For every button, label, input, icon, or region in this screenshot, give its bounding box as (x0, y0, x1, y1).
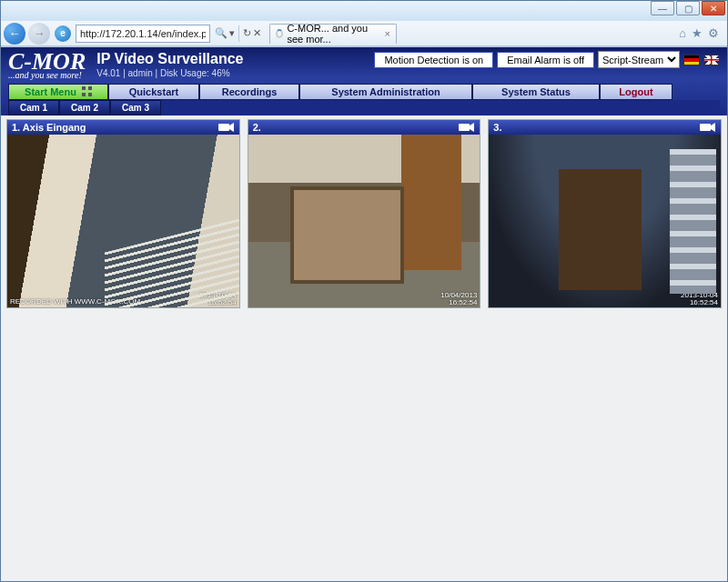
tab-title: C-MOR... and you see mor... (287, 23, 380, 45)
menu-start-label: Start Menu (25, 86, 76, 97)
ie-logo-icon: e (55, 25, 71, 42)
svg-rect-1 (459, 124, 470, 131)
browser-toolbar: ← → e 🔍 ▾ ↻ ✕ C-MOR... and you see mor..… (1, 21, 727, 46)
cam-tab-2[interactable]: Cam 2 (59, 100, 110, 115)
camera-title-2: 2. (253, 122, 261, 133)
tools-gear-icon[interactable]: ⚙ (708, 26, 719, 40)
camera-title-3: 3. (493, 122, 501, 133)
camera-feed-2[interactable]: 10/04/2013 16:52:54 (248, 135, 480, 307)
loading-spinner-icon (276, 29, 283, 38)
menu-start[interactable]: Start Menu (8, 84, 108, 100)
cam-tab-1[interactable]: Cam 1 (8, 100, 59, 115)
app-title: IP Video Surveillance (96, 51, 243, 67)
camera-grid: 1. Axis Eingang RECORDED WITH WWW.C-MOR.… (1, 115, 727, 312)
stop-icon[interactable]: ✕ (253, 27, 261, 39)
app-header: C-MOR ...and you see more! IP Video Surv… (1, 47, 727, 115)
menu-sysstatus[interactable]: System Status (472, 84, 600, 100)
camera-feed-3[interactable]: 2013-10-04 16:52:54 (489, 135, 721, 307)
camera-tile-2: 2. 10/04/2013 16:52:54 (248, 119, 481, 308)
camera-tile-3: 3. 2013-10-04 16:52:54 (488, 119, 722, 308)
cam-tab-3[interactable]: Cam 3 (110, 100, 161, 115)
window-close-button[interactable]: ✕ (702, 1, 725, 15)
ie-window: — ▢ ✕ ← → e 🔍 ▾ ↻ ✕ C-MOR... and you see… (0, 0, 728, 582)
camera-icon (459, 122, 475, 133)
dropdown-icon[interactable]: ▾ (229, 27, 235, 39)
tab-close-icon[interactable]: × (385, 28, 390, 39)
motion-status[interactable]: Motion Detection is on (374, 52, 493, 68)
timestamp-2: 10/04/2013 16:52:54 (440, 292, 477, 307)
forward-button[interactable]: → (28, 23, 50, 45)
flag-uk-icon[interactable] (703, 55, 720, 65)
camera-icon (218, 122, 235, 133)
logo-tagline: ...and you see more! (8, 70, 86, 80)
browser-tab[interactable]: C-MOR... and you see mor... × (269, 24, 397, 44)
version-line: V4.01 | admin | Disk Usage: 46% (96, 68, 243, 78)
home-icon[interactable]: ⌂ (679, 26, 686, 40)
camera-feed-1[interactable]: RECORDED WITH WWW.C-MOR.COM 2013-10-04 1… (7, 135, 239, 307)
refresh-icon[interactable]: ↻ (243, 27, 251, 39)
menu-logout[interactable]: Logout (600, 84, 672, 100)
logo-text: C-MOR (8, 51, 86, 72)
back-button[interactable]: ← (4, 23, 25, 45)
camera-tabs: Cam 1 Cam 2 Cam 3 (8, 100, 720, 115)
window-maximize-button[interactable]: ▢ (676, 1, 700, 15)
camera-header-1: 1. Axis Eingang (7, 120, 239, 135)
menu-quickstart[interactable]: Quickstart (108, 84, 199, 100)
window-titlebar: — ▢ ✕ (1, 1, 727, 21)
title-block: IP Video Surveillance V4.01 | admin | Di… (96, 51, 243, 78)
camera-header-2: 2. (248, 120, 480, 135)
menu-sysadmin[interactable]: System Administration (299, 84, 472, 100)
camera-header-3: 3. (489, 120, 721, 135)
camera-tile-1: 1. Axis Eingang RECORDED WITH WWW.C-MOR.… (6, 119, 240, 308)
separator (238, 25, 239, 42)
favorites-icon[interactable]: ★ (692, 26, 703, 40)
stream-select[interactable]: Script-Stream (598, 51, 680, 68)
timestamp-3: 2013-10-04 16:52:54 (681, 292, 718, 307)
camera-icon (700, 122, 716, 133)
timestamp-1: 2013-10-04 16:52:54 (199, 292, 237, 307)
toolbar-right: ⌂ ★ ⚙ (679, 26, 724, 40)
svg-rect-2 (700, 124, 711, 131)
menu-recordings[interactable]: Recordings (199, 84, 299, 100)
page-content: C-MOR ...and you see more! IP Video Surv… (1, 46, 727, 581)
search-icon[interactable]: 🔍 (215, 27, 228, 39)
window-minimize-button[interactable]: — (651, 1, 674, 15)
flag-de-icon[interactable] (683, 55, 700, 65)
address-controls: 🔍 ▾ ↻ ✕ (215, 25, 261, 42)
camera-title-1: 1. Axis Eingang (12, 122, 86, 133)
tab-strip: C-MOR... and you see mor... × (269, 24, 397, 44)
address-bar[interactable] (76, 25, 210, 43)
grid-icon (82, 86, 92, 96)
main-menu: Start Menu Quickstart Recordings System … (8, 84, 720, 100)
watermark-1: RECORDED WITH WWW.C-MOR.COM (10, 297, 140, 306)
logo-block: C-MOR ...and you see more! (8, 51, 86, 80)
email-alarm-status[interactable]: Email Alarm is off (497, 52, 594, 68)
svg-rect-0 (218, 124, 229, 131)
status-row: Motion Detection is on Email Alarm is of… (374, 51, 720, 68)
